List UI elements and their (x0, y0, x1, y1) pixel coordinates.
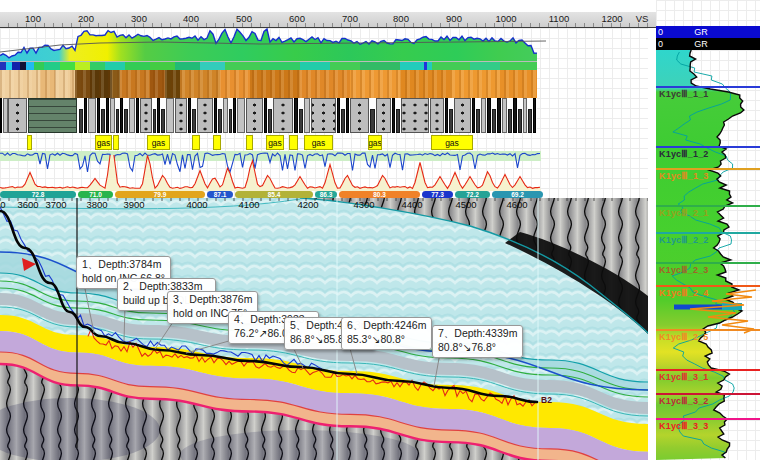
interval-value-chip: 72.8 (0, 191, 76, 198)
formation-label: K1ycⅢ_2_1 (659, 208, 709, 218)
lithology-block (294, 98, 298, 133)
lithology-block (346, 98, 349, 133)
lithology-block (175, 98, 187, 133)
lithology-block (445, 98, 448, 133)
lithology-block (237, 98, 245, 133)
lithology-block (97, 98, 100, 133)
lithology-block (229, 109, 232, 134)
md-ruler-label: 4000 (186, 199, 207, 210)
formation-boundary-line[interactable] (656, 329, 760, 331)
vs-ruler-label: 1200 (601, 13, 622, 24)
formation-boundary-line[interactable] (656, 86, 760, 88)
md-ruler-label: 3800 (86, 199, 107, 210)
vs-ruler-label: 700 (342, 13, 358, 24)
lithology-block (350, 98, 369, 133)
annotation-depth-text: 1、Depth:3784m (82, 258, 165, 272)
interval-value-chip: 77.3 (422, 191, 453, 198)
lithology-block (106, 98, 109, 133)
lithology-block (84, 98, 87, 133)
lithology-block (311, 98, 336, 133)
lithology-block (337, 98, 340, 133)
annotation-detail-text: 80.8°↘76.8° (438, 341, 517, 355)
geosteering-app: 100200300400500600700800900100011001200V… (0, 0, 760, 460)
log-track-zone[interactable]: gasgasgasgasgasgas 72.871.079.987.185.48… (0, 28, 648, 198)
vs-ruler-label: 800 (393, 13, 409, 24)
depth-annotation[interactable]: 6、Depth:4246m85.3°↘80.8° (341, 317, 432, 350)
interval-value-chip: 80.3 (339, 191, 420, 198)
lithology-block (523, 98, 527, 133)
lithology-track[interactable] (0, 98, 537, 133)
vs-ruler-label: 600 (289, 13, 305, 24)
gr-header-blue: 0 GR (656, 26, 760, 38)
lithology-block (533, 98, 536, 133)
md-ruler-label: 3900 (123, 199, 144, 210)
interval-value-chip: 69.2 (492, 191, 543, 198)
interval-value-chip: 87.1 (207, 191, 233, 198)
lithology-block (110, 98, 115, 133)
formation-boundary-line[interactable] (656, 285, 760, 287)
depth-annotation[interactable]: 7、Depth:4339m80.8°↘76.8° (432, 325, 523, 358)
annotation-detail-text: 85.3°↘80.8° (347, 333, 426, 347)
annotation-depth-text: 3、Depth:3876m (173, 293, 252, 307)
lithology-block (161, 109, 165, 134)
formation-label: K1ycⅢ_3_2 (659, 396, 709, 406)
formation-boundary-line[interactable] (656, 262, 760, 264)
formation-boundary-line[interactable] (656, 369, 760, 371)
gr-curve-track[interactable] (0, 28, 548, 61)
md-ruler-label: 3700 (45, 199, 66, 210)
formation-boundary-line[interactable] (656, 418, 760, 420)
lithology-block (508, 109, 512, 134)
interval-value-chip: 79.9 (115, 191, 205, 198)
lithology-block (223, 98, 228, 133)
lithology-block (392, 98, 395, 133)
vs-ruler[interactable]: 100200300400500600700800900100011001200V… (0, 12, 656, 28)
lithology-block (129, 98, 135, 133)
lithology-block (502, 98, 507, 133)
lithology-block (116, 109, 119, 134)
vs-ruler-label: 1100 (549, 13, 569, 24)
md-ruler-label: 3600 (17, 199, 38, 210)
md-ruler-label: 4600 (506, 199, 527, 210)
lithology-block (497, 98, 501, 133)
red-log-curve[interactable] (0, 155, 548, 192)
lithology-block (264, 98, 267, 133)
md-ruler-label: 0 (0, 199, 5, 210)
formation-boundary-line[interactable] (656, 146, 760, 148)
formation-label: K1ycⅢ_3_1 (659, 372, 709, 382)
vs-ruler-label: 300 (131, 13, 147, 24)
lithology-block (518, 109, 522, 134)
lithology-block (140, 98, 152, 133)
lithology-block (396, 109, 400, 134)
gr-header-black: 0 GR (656, 38, 760, 50)
lithology-block (376, 98, 391, 133)
formation-boundary-line[interactable] (656, 168, 760, 170)
formation-label: K1ycⅢ_2_4 (659, 288, 709, 298)
lithology-block (0, 98, 2, 133)
lithology-block (481, 98, 486, 133)
md-ruler-label: 4100 (238, 199, 259, 210)
lithology-block (528, 109, 532, 134)
lithology-block (88, 98, 96, 133)
formation-boundary-line[interactable] (656, 205, 760, 207)
lithology-block (304, 98, 310, 133)
curve-name: GR (656, 26, 746, 38)
formation-label: K1ycⅢ_2_2 (659, 235, 709, 245)
lithology-block (136, 98, 139, 133)
lithology-block (101, 109, 105, 134)
lithology-block (214, 98, 217, 133)
gr-reference-panel[interactable]: 0 GR 0 GR K1ycⅢ_1_1K1ycⅢ_1_2K1ycⅢ_1_3K1y… (656, 0, 760, 460)
image-log-track[interactable] (0, 70, 537, 98)
lithology-block (454, 98, 471, 133)
lithology-block (218, 109, 222, 134)
interval-value-chip: 72.2 (455, 191, 490, 198)
lithology-block (472, 98, 475, 133)
formation-boundary-line[interactable] (656, 393, 760, 395)
formation-boundary-line[interactable] (656, 232, 760, 234)
vs-ruler-label: 100 (25, 13, 41, 24)
curve-name: GR (656, 38, 746, 50)
formation-label: K1ycⅢ_2_3 (659, 265, 709, 275)
lithology-block (492, 109, 496, 134)
cross-section[interactable]: 0360037003800390040004100420043004400450… (0, 198, 648, 460)
lithology-block (513, 98, 517, 133)
lithology-block (487, 98, 491, 133)
